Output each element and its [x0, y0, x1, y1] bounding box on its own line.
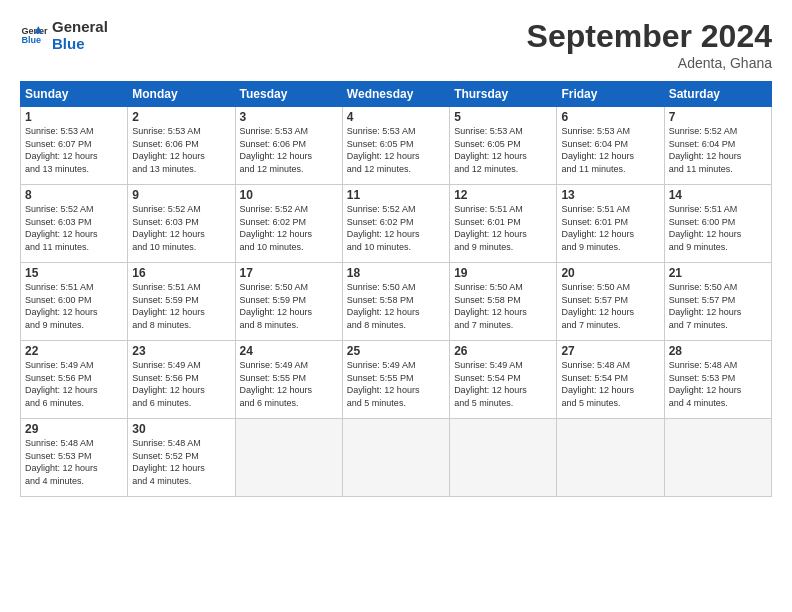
day-number: 17: [240, 266, 338, 280]
cell-details: Sunrise: 5:50 AM Sunset: 5:58 PM Dayligh…: [454, 281, 552, 331]
day-number: 22: [25, 344, 123, 358]
calendar-cell: 5Sunrise: 5:53 AM Sunset: 6:05 PM Daylig…: [450, 107, 557, 185]
calendar-week-row: 29Sunrise: 5:48 AM Sunset: 5:53 PM Dayli…: [21, 419, 772, 497]
day-number: 1: [25, 110, 123, 124]
weekday-header-saturday: Saturday: [664, 82, 771, 107]
calendar-cell: 23Sunrise: 5:49 AM Sunset: 5:56 PM Dayli…: [128, 341, 235, 419]
day-number: 28: [669, 344, 767, 358]
cell-details: Sunrise: 5:52 AM Sunset: 6:03 PM Dayligh…: [25, 203, 123, 253]
calendar-cell: 13Sunrise: 5:51 AM Sunset: 6:01 PM Dayli…: [557, 185, 664, 263]
cell-details: Sunrise: 5:53 AM Sunset: 6:05 PM Dayligh…: [347, 125, 445, 175]
calendar-cell: 20Sunrise: 5:50 AM Sunset: 5:57 PM Dayli…: [557, 263, 664, 341]
day-number: 30: [132, 422, 230, 436]
day-number: 10: [240, 188, 338, 202]
logo-blue: Blue: [52, 35, 108, 52]
day-number: 3: [240, 110, 338, 124]
cell-details: Sunrise: 5:51 AM Sunset: 6:01 PM Dayligh…: [561, 203, 659, 253]
day-number: 2: [132, 110, 230, 124]
cell-details: Sunrise: 5:51 AM Sunset: 6:00 PM Dayligh…: [25, 281, 123, 331]
cell-details: Sunrise: 5:48 AM Sunset: 5:53 PM Dayligh…: [25, 437, 123, 487]
day-number: 13: [561, 188, 659, 202]
day-number: 5: [454, 110, 552, 124]
day-number: 25: [347, 344, 445, 358]
calendar-cell: 24Sunrise: 5:49 AM Sunset: 5:55 PM Dayli…: [235, 341, 342, 419]
day-number: 18: [347, 266, 445, 280]
cell-details: Sunrise: 5:50 AM Sunset: 5:57 PM Dayligh…: [561, 281, 659, 331]
cell-details: Sunrise: 5:49 AM Sunset: 5:56 PM Dayligh…: [25, 359, 123, 409]
day-number: 26: [454, 344, 552, 358]
logo: General Blue General Blue: [20, 18, 108, 53]
calendar-week-row: 1Sunrise: 5:53 AM Sunset: 6:07 PM Daylig…: [21, 107, 772, 185]
cell-details: Sunrise: 5:49 AM Sunset: 5:56 PM Dayligh…: [132, 359, 230, 409]
cell-details: Sunrise: 5:48 AM Sunset: 5:52 PM Dayligh…: [132, 437, 230, 487]
cell-details: Sunrise: 5:49 AM Sunset: 5:55 PM Dayligh…: [240, 359, 338, 409]
cell-details: Sunrise: 5:53 AM Sunset: 6:05 PM Dayligh…: [454, 125, 552, 175]
weekday-header-sunday: Sunday: [21, 82, 128, 107]
logo-general: General: [52, 18, 108, 35]
day-number: 4: [347, 110, 445, 124]
cell-details: Sunrise: 5:52 AM Sunset: 6:04 PM Dayligh…: [669, 125, 767, 175]
calendar-cell: 28Sunrise: 5:48 AM Sunset: 5:53 PM Dayli…: [664, 341, 771, 419]
calendar-table: SundayMondayTuesdayWednesdayThursdayFrid…: [20, 81, 772, 497]
cell-details: Sunrise: 5:53 AM Sunset: 6:06 PM Dayligh…: [132, 125, 230, 175]
cell-details: Sunrise: 5:51 AM Sunset: 6:01 PM Dayligh…: [454, 203, 552, 253]
calendar-week-row: 15Sunrise: 5:51 AM Sunset: 6:00 PM Dayli…: [21, 263, 772, 341]
cell-details: Sunrise: 5:52 AM Sunset: 6:02 PM Dayligh…: [347, 203, 445, 253]
day-number: 24: [240, 344, 338, 358]
calendar-week-row: 8Sunrise: 5:52 AM Sunset: 6:03 PM Daylig…: [21, 185, 772, 263]
weekday-header-tuesday: Tuesday: [235, 82, 342, 107]
cell-details: Sunrise: 5:49 AM Sunset: 5:54 PM Dayligh…: [454, 359, 552, 409]
calendar-cell: 2Sunrise: 5:53 AM Sunset: 6:06 PM Daylig…: [128, 107, 235, 185]
cell-details: Sunrise: 5:53 AM Sunset: 6:04 PM Dayligh…: [561, 125, 659, 175]
cell-details: Sunrise: 5:50 AM Sunset: 5:59 PM Dayligh…: [240, 281, 338, 331]
day-number: 11: [347, 188, 445, 202]
calendar-cell: 17Sunrise: 5:50 AM Sunset: 5:59 PM Dayli…: [235, 263, 342, 341]
day-number: 15: [25, 266, 123, 280]
cell-details: Sunrise: 5:53 AM Sunset: 6:06 PM Dayligh…: [240, 125, 338, 175]
cell-details: Sunrise: 5:52 AM Sunset: 6:03 PM Dayligh…: [132, 203, 230, 253]
calendar-cell: 4Sunrise: 5:53 AM Sunset: 6:05 PM Daylig…: [342, 107, 449, 185]
calendar-cell: 1Sunrise: 5:53 AM Sunset: 6:07 PM Daylig…: [21, 107, 128, 185]
calendar-cell: 11Sunrise: 5:52 AM Sunset: 6:02 PM Dayli…: [342, 185, 449, 263]
weekday-header-friday: Friday: [557, 82, 664, 107]
svg-text:Blue: Blue: [21, 36, 41, 46]
day-number: 27: [561, 344, 659, 358]
calendar-cell: 9Sunrise: 5:52 AM Sunset: 6:03 PM Daylig…: [128, 185, 235, 263]
calendar-week-row: 22Sunrise: 5:49 AM Sunset: 5:56 PM Dayli…: [21, 341, 772, 419]
calendar-cell: [557, 419, 664, 497]
location-label: Adenta, Ghana: [527, 55, 772, 71]
calendar-cell: 21Sunrise: 5:50 AM Sunset: 5:57 PM Dayli…: [664, 263, 771, 341]
calendar-cell: 6Sunrise: 5:53 AM Sunset: 6:04 PM Daylig…: [557, 107, 664, 185]
calendar-cell: [342, 419, 449, 497]
calendar-cell: 14Sunrise: 5:51 AM Sunset: 6:00 PM Dayli…: [664, 185, 771, 263]
calendar-cell: 26Sunrise: 5:49 AM Sunset: 5:54 PM Dayli…: [450, 341, 557, 419]
day-number: 6: [561, 110, 659, 124]
weekday-header-thursday: Thursday: [450, 82, 557, 107]
cell-details: Sunrise: 5:48 AM Sunset: 5:53 PM Dayligh…: [669, 359, 767, 409]
calendar-cell: [664, 419, 771, 497]
day-number: 23: [132, 344, 230, 358]
day-number: 9: [132, 188, 230, 202]
calendar-cell: [450, 419, 557, 497]
day-number: 21: [669, 266, 767, 280]
page: General Blue General Blue September 2024…: [0, 0, 792, 612]
cell-details: Sunrise: 5:50 AM Sunset: 5:57 PM Dayligh…: [669, 281, 767, 331]
month-year-title: September 2024: [527, 18, 772, 55]
day-number: 20: [561, 266, 659, 280]
day-number: 29: [25, 422, 123, 436]
weekday-header-monday: Monday: [128, 82, 235, 107]
day-number: 19: [454, 266, 552, 280]
calendar-cell: 8Sunrise: 5:52 AM Sunset: 6:03 PM Daylig…: [21, 185, 128, 263]
calendar-cell: [235, 419, 342, 497]
day-number: 16: [132, 266, 230, 280]
cell-details: Sunrise: 5:52 AM Sunset: 6:02 PM Dayligh…: [240, 203, 338, 253]
weekday-header-wednesday: Wednesday: [342, 82, 449, 107]
calendar-cell: 18Sunrise: 5:50 AM Sunset: 5:58 PM Dayli…: [342, 263, 449, 341]
title-block: September 2024 Adenta, Ghana: [527, 18, 772, 71]
day-number: 14: [669, 188, 767, 202]
logo-icon: General Blue: [20, 21, 48, 49]
calendar-cell: 16Sunrise: 5:51 AM Sunset: 5:59 PM Dayli…: [128, 263, 235, 341]
calendar-cell: 25Sunrise: 5:49 AM Sunset: 5:55 PM Dayli…: [342, 341, 449, 419]
cell-details: Sunrise: 5:53 AM Sunset: 6:07 PM Dayligh…: [25, 125, 123, 175]
cell-details: Sunrise: 5:51 AM Sunset: 5:59 PM Dayligh…: [132, 281, 230, 331]
